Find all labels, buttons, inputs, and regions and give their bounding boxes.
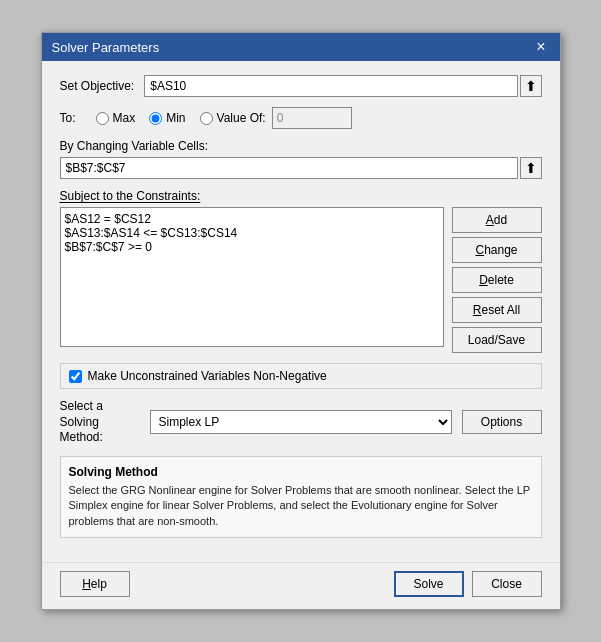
solve-button[interactable]: Solve — [394, 571, 464, 597]
min-label: Min — [166, 111, 185, 125]
max-label: Max — [113, 111, 136, 125]
solving-method-box: Solving Method Select the GRG Nonlinear … — [60, 456, 542, 538]
help-button[interactable]: Help — [60, 571, 130, 597]
close-icon[interactable]: × — [532, 39, 549, 55]
changing-cells-input[interactable] — [60, 157, 518, 179]
max-radio-label[interactable]: Max — [96, 111, 136, 125]
title-bar: Solver Parameters × — [42, 33, 560, 61]
dialog-body: Set Objective: ⬆ To: Max Min Value Of: — [42, 61, 560, 562]
dialog-close-button[interactable]: Close — [472, 571, 542, 597]
changing-cells-label-row: By Changing Variable Cells: — [60, 139, 542, 153]
valueof-label: Value Of: — [217, 111, 266, 125]
method-select[interactable]: Simplex LP GRG Nonlinear Evolutionary — [150, 410, 452, 434]
unconstrained-checkbox-row: Make Unconstrained Variables Non-Negativ… — [60, 363, 542, 389]
objective-input-group: ⬆ — [144, 75, 541, 97]
constraints-box[interactable]: $AS12 = $CS12 $AS13:$AS14 <= $CS13:$CS14… — [60, 207, 444, 347]
objective-input[interactable] — [144, 75, 517, 97]
add-button[interactable]: Add — [452, 207, 542, 233]
min-radio[interactable] — [149, 112, 162, 125]
constraints-label: Subject to the Constraints: — [60, 189, 201, 203]
value-of-group: Value Of: — [200, 107, 352, 129]
objective-label: Set Objective: — [60, 79, 135, 93]
changing-cells-input-group: ⬆ — [60, 157, 542, 179]
solving-method-title: Solving Method — [69, 465, 533, 479]
min-radio-label[interactable]: Min — [149, 111, 185, 125]
objective-row: Set Objective: ⬆ — [60, 75, 542, 97]
constraints-text: $AS12 = $CS12 $AS13:$AS14 <= $CS13:$CS14… — [65, 212, 439, 254]
constraint-buttons: Add Change Delete Reset All Load/Save — [452, 207, 542, 353]
changing-cells-collapse-button[interactable]: ⬆ — [520, 157, 542, 179]
solving-method-text: Select the GRG Nonlinear engine for Solv… — [69, 483, 533, 529]
valueof-radio-label[interactable]: Value Of: — [200, 111, 266, 125]
load-save-button[interactable]: Load/Save — [452, 327, 542, 353]
unconstrained-label: Make Unconstrained Variables Non-Negativ… — [88, 369, 327, 383]
changing-cells-row: ⬆ — [60, 157, 542, 179]
value-of-input[interactable] — [272, 107, 352, 129]
options-button[interactable]: Options — [462, 410, 542, 434]
dialog-title: Solver Parameters — [52, 40, 160, 55]
change-button[interactable]: Change — [452, 237, 542, 263]
valueof-radio[interactable] — [200, 112, 213, 125]
objective-collapse-button[interactable]: ⬆ — [520, 75, 542, 97]
solver-parameters-dialog: Solver Parameters × Set Objective: ⬆ To:… — [41, 32, 561, 610]
to-label: To: — [60, 111, 76, 125]
to-row: To: Max Min Value Of: — [60, 107, 542, 129]
max-radio[interactable] — [96, 112, 109, 125]
footer-right-buttons: Solve Close — [394, 571, 542, 597]
reset-all-button[interactable]: Reset All — [452, 297, 542, 323]
constraints-label-row: Subject to the Constraints: — [60, 189, 542, 203]
footer: Help Solve Close — [42, 562, 560, 609]
changing-cells-label: By Changing Variable Cells: — [60, 139, 209, 153]
select-method-label: Select a SolvingMethod: — [60, 399, 140, 446]
select-method-row: Select a SolvingMethod: Simplex LP GRG N… — [60, 399, 542, 446]
unconstrained-checkbox[interactable] — [69, 370, 82, 383]
delete-button[interactable]: Delete — [452, 267, 542, 293]
constraints-area: $AS12 = $CS12 $AS13:$AS14 <= $CS13:$CS14… — [60, 207, 542, 353]
